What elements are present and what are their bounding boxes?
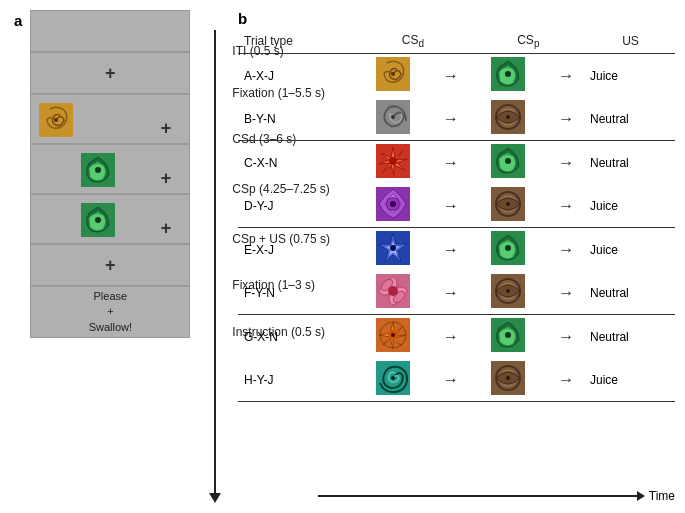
fixation2-plus: + xyxy=(105,255,116,276)
svg-rect-39 xyxy=(491,144,525,178)
panel-a-label: a xyxy=(10,10,26,503)
svg-rect-38 xyxy=(376,144,410,178)
outcome-cell: Juice xyxy=(586,184,675,228)
time-label: Time xyxy=(649,489,675,503)
svg-rect-44 xyxy=(376,274,410,308)
panel-b: b Trial type CSd CSp xyxy=(238,10,675,503)
csp-img-cell xyxy=(471,141,547,185)
outcome-cell: Juice xyxy=(586,228,675,272)
csp-box: + xyxy=(30,144,190,194)
table-row: B-Y-N → → Neutral xyxy=(238,97,675,141)
arrow-line xyxy=(214,30,216,493)
trial-name: H-Y-J xyxy=(238,358,355,402)
arrow-cell: → xyxy=(431,228,471,272)
svg-rect-42 xyxy=(376,231,410,265)
table-row: G-X-N → → Neutral xyxy=(238,315,675,359)
cspus-box: + xyxy=(30,194,190,244)
arrow-head xyxy=(209,493,221,503)
csp-img-cell xyxy=(471,271,547,315)
csd-img-cell xyxy=(355,315,431,359)
trial-name: C-X-N xyxy=(238,141,355,185)
svg-rect-41 xyxy=(491,187,525,221)
svg-rect-49 xyxy=(491,361,525,395)
arrow-cell: → xyxy=(431,97,471,141)
csp-img-cell xyxy=(471,228,547,272)
arrow-cell: → xyxy=(546,54,586,98)
cspus-image xyxy=(81,203,115,237)
csp-img-cell xyxy=(471,184,547,228)
header-csd: CSd xyxy=(355,31,470,54)
arrow-cell: → xyxy=(431,54,471,98)
csp-img-cell xyxy=(471,358,547,402)
outcome-cell: Neutral xyxy=(586,271,675,315)
csp-img-cell xyxy=(471,97,547,141)
arrow-cell: → xyxy=(546,315,586,359)
svg-rect-43 xyxy=(491,231,525,265)
table-row: C-X-N → → Neutral xyxy=(238,141,675,185)
arrow-cell: → xyxy=(546,228,586,272)
csp-img-cell xyxy=(471,315,547,359)
arrow-cell: → xyxy=(546,141,586,185)
csd-image xyxy=(39,103,73,137)
csd-img-cell xyxy=(355,358,431,402)
svg-rect-40 xyxy=(376,187,410,221)
svg-rect-34 xyxy=(376,57,410,91)
csd-img-cell xyxy=(355,54,431,98)
table-row: H-Y-J → → Juice xyxy=(238,358,675,402)
header-csp: CSp xyxy=(471,31,586,54)
svg-rect-37 xyxy=(491,100,525,134)
swallow-text: Please+Swallow! xyxy=(89,289,132,335)
panel-a: a + + xyxy=(10,10,230,503)
arrow-cell: → xyxy=(546,358,586,402)
trial-name: A-X-J xyxy=(238,54,355,98)
arrow-cell: → xyxy=(431,315,471,359)
arrow-cell: → xyxy=(546,271,586,315)
header-us: US xyxy=(586,31,675,54)
svg-rect-35 xyxy=(491,57,525,91)
svg-rect-48 xyxy=(376,361,410,395)
csp-fractal-img xyxy=(491,57,525,91)
outcome-cell: Juice xyxy=(586,54,675,98)
outcome-cell: Neutral xyxy=(586,315,675,359)
arrow-cell: → xyxy=(431,141,471,185)
fixation1-plus: + xyxy=(105,63,116,84)
arrow-cell: → xyxy=(431,184,471,228)
header-trial-type: Trial type xyxy=(238,31,355,54)
svg-rect-33 xyxy=(81,203,115,237)
svg-rect-46 xyxy=(376,318,410,352)
time-axis-line xyxy=(318,495,637,497)
csd-img-cell xyxy=(355,141,431,185)
svg-rect-47 xyxy=(491,318,525,352)
arrow-cell: → xyxy=(431,271,471,315)
time-arrow-head xyxy=(637,491,645,501)
main-container: a + + xyxy=(0,0,685,513)
csd-img-cell xyxy=(355,271,431,315)
panel-b-label: b xyxy=(238,10,675,27)
table-container: Trial type CSd CSp US xyxy=(238,31,675,485)
trial-name: E-X-J xyxy=(238,228,355,272)
csd-img-cell xyxy=(355,228,431,272)
table-row: F-Y-N → → Neutral xyxy=(238,271,675,315)
trial-name: G-X-N xyxy=(238,315,355,359)
fixation2-box: + xyxy=(30,244,190,286)
svg-rect-32 xyxy=(81,153,115,187)
svg-rect-36 xyxy=(376,100,410,134)
csp-image xyxy=(81,153,115,187)
trial-name: D-Y-J xyxy=(238,184,355,228)
timeline-arrow xyxy=(200,30,230,503)
svg-rect-31 xyxy=(39,103,73,137)
cspus-plus: + xyxy=(161,218,172,239)
trial-name: B-Y-N xyxy=(238,97,355,141)
csd-fractal-img xyxy=(376,57,410,91)
outcome-cell: Neutral xyxy=(586,141,675,185)
trial-name: F-Y-N xyxy=(238,271,355,315)
csd-box: + xyxy=(30,94,190,144)
csd-img-cell xyxy=(355,97,431,141)
csp-img-cell xyxy=(471,54,547,98)
table-row: D-Y-J → → Juice xyxy=(238,184,675,228)
svg-rect-45 xyxy=(491,274,525,308)
instruction-box: Please+Swallow! xyxy=(30,286,190,338)
outcome-cell: Juice xyxy=(586,358,675,402)
csp-plus: + xyxy=(161,168,172,189)
table-row: A-X-J → → Juice xyxy=(238,54,675,98)
